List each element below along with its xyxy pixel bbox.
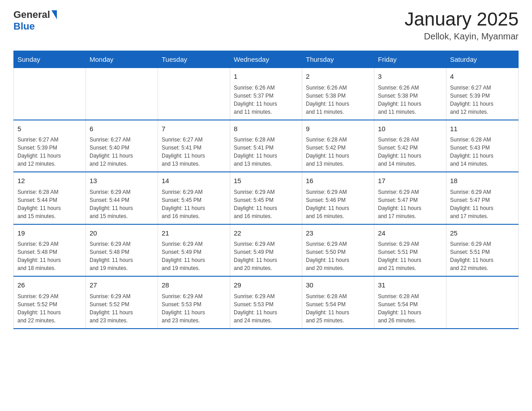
calendar-cell: 26Sunrise: 6:29 AM Sunset: 5:52 PM Dayli… [14, 276, 86, 329]
day-number: 29 [234, 280, 298, 291]
calendar-cell: 9Sunrise: 6:28 AM Sunset: 5:42 PM Daylig… [302, 120, 374, 172]
calendar-cell: 7Sunrise: 6:27 AM Sunset: 5:41 PM Daylig… [158, 120, 230, 172]
calendar-cell [446, 276, 519, 329]
calendar-cell: 17Sunrise: 6:29 AM Sunset: 5:47 PM Dayli… [374, 172, 446, 224]
calendar-cell: 20Sunrise: 6:29 AM Sunset: 5:48 PM Dayli… [86, 224, 158, 277]
calendar-cell: 4Sunrise: 6:27 AM Sunset: 5:39 PM Daylig… [446, 68, 519, 120]
day-number: 22 [234, 228, 298, 239]
calendar-title: January 2025 [404, 9, 519, 30]
calendar-cell: 6Sunrise: 6:27 AM Sunset: 5:40 PM Daylig… [86, 120, 158, 172]
calendar-cell: 19Sunrise: 6:29 AM Sunset: 5:48 PM Dayli… [14, 224, 86, 277]
calendar-week-row: 1Sunrise: 6:26 AM Sunset: 5:37 PM Daylig… [14, 68, 519, 120]
day-info: Sunrise: 6:29 AM Sunset: 5:50 PM Dayligh… [306, 240, 370, 272]
calendar-cell: 29Sunrise: 6:29 AM Sunset: 5:53 PM Dayli… [230, 276, 302, 329]
calendar-weekday-header: Sunday [14, 51, 86, 68]
day-number: 7 [162, 124, 226, 134]
page-header: General Blue January 2025 Dellok, Kayin,… [13, 9, 519, 42]
calendar-cell: 24Sunrise: 6:29 AM Sunset: 5:51 PM Dayli… [374, 224, 446, 277]
day-info: Sunrise: 6:28 AM Sunset: 5:41 PM Dayligh… [234, 136, 298, 168]
calendar-cell: 12Sunrise: 6:28 AM Sunset: 5:44 PM Dayli… [14, 172, 86, 224]
calendar-cell: 2Sunrise: 6:26 AM Sunset: 5:38 PM Daylig… [302, 68, 374, 120]
calendar-cell: 11Sunrise: 6:28 AM Sunset: 5:43 PM Dayli… [446, 120, 519, 172]
title-section: January 2025 Dellok, Kayin, Myanmar [404, 9, 519, 42]
day-number: 30 [306, 280, 370, 291]
day-info: Sunrise: 6:29 AM Sunset: 5:53 PM Dayligh… [162, 292, 226, 325]
day-number: 15 [234, 176, 298, 186]
calendar-week-row: 5Sunrise: 6:27 AM Sunset: 5:39 PM Daylig… [14, 120, 519, 172]
day-info: Sunrise: 6:27 AM Sunset: 5:39 PM Dayligh… [450, 84, 515, 116]
calendar-weekday-header: Monday [86, 51, 158, 68]
day-info: Sunrise: 6:29 AM Sunset: 5:52 PM Dayligh… [17, 292, 82, 325]
day-info: Sunrise: 6:28 AM Sunset: 5:44 PM Dayligh… [17, 188, 82, 220]
day-number: 4 [450, 72, 515, 82]
calendar-week-row: 19Sunrise: 6:29 AM Sunset: 5:48 PM Dayli… [14, 224, 519, 277]
day-number: 5 [17, 124, 82, 134]
day-info: Sunrise: 6:26 AM Sunset: 5:38 PM Dayligh… [306, 84, 370, 116]
calendar-weekday-header: Friday [374, 51, 446, 68]
day-number: 24 [378, 228, 442, 239]
day-number: 28 [162, 280, 226, 291]
day-info: Sunrise: 6:29 AM Sunset: 5:47 PM Dayligh… [450, 188, 515, 220]
day-number: 17 [378, 176, 442, 186]
day-number: 6 [90, 124, 154, 134]
calendar-cell: 8Sunrise: 6:28 AM Sunset: 5:41 PM Daylig… [230, 120, 302, 172]
calendar-cell: 22Sunrise: 6:29 AM Sunset: 5:49 PM Dayli… [230, 224, 302, 277]
day-number: 1 [234, 72, 298, 82]
calendar-cell: 14Sunrise: 6:29 AM Sunset: 5:45 PM Dayli… [158, 172, 230, 224]
day-number: 25 [450, 228, 515, 239]
day-info: Sunrise: 6:29 AM Sunset: 5:44 PM Dayligh… [90, 188, 154, 220]
day-info: Sunrise: 6:27 AM Sunset: 5:39 PM Dayligh… [17, 136, 82, 168]
calendar-cell: 13Sunrise: 6:29 AM Sunset: 5:44 PM Dayli… [86, 172, 158, 224]
calendar-cell [158, 68, 230, 120]
calendar-header-row: SundayMondayTuesdayWednesdayThursdayFrid… [14, 51, 519, 68]
calendar-subtitle: Dellok, Kayin, Myanmar [404, 31, 519, 42]
day-info: Sunrise: 6:29 AM Sunset: 5:47 PM Dayligh… [378, 188, 442, 220]
calendar-cell: 5Sunrise: 6:27 AM Sunset: 5:39 PM Daylig… [14, 120, 86, 172]
calendar-cell: 3Sunrise: 6:26 AM Sunset: 5:38 PM Daylig… [374, 68, 446, 120]
day-number: 19 [17, 228, 82, 239]
calendar-cell [86, 68, 158, 120]
calendar-cell: 31Sunrise: 6:28 AM Sunset: 5:54 PM Dayli… [374, 276, 446, 329]
day-info: Sunrise: 6:29 AM Sunset: 5:51 PM Dayligh… [378, 240, 442, 272]
day-info: Sunrise: 6:28 AM Sunset: 5:42 PM Dayligh… [306, 136, 370, 168]
calendar-week-row: 26Sunrise: 6:29 AM Sunset: 5:52 PM Dayli… [14, 276, 519, 329]
calendar-body: 1Sunrise: 6:26 AM Sunset: 5:37 PM Daylig… [14, 68, 519, 329]
day-info: Sunrise: 6:29 AM Sunset: 5:45 PM Dayligh… [162, 188, 226, 220]
day-number: 16 [306, 176, 370, 186]
day-info: Sunrise: 6:29 AM Sunset: 5:46 PM Dayligh… [306, 188, 370, 220]
logo-general-text: General [13, 9, 50, 21]
day-info: Sunrise: 6:29 AM Sunset: 5:49 PM Dayligh… [234, 240, 298, 272]
day-info: Sunrise: 6:29 AM Sunset: 5:48 PM Dayligh… [17, 240, 82, 272]
day-number: 13 [90, 176, 154, 186]
day-info: Sunrise: 6:29 AM Sunset: 5:53 PM Dayligh… [234, 292, 298, 325]
day-info: Sunrise: 6:29 AM Sunset: 5:49 PM Dayligh… [162, 240, 226, 272]
day-info: Sunrise: 6:26 AM Sunset: 5:38 PM Dayligh… [378, 84, 442, 116]
day-number: 23 [306, 228, 370, 239]
day-info: Sunrise: 6:28 AM Sunset: 5:54 PM Dayligh… [306, 292, 370, 325]
calendar-cell: 30Sunrise: 6:28 AM Sunset: 5:54 PM Dayli… [302, 276, 374, 329]
day-info: Sunrise: 6:27 AM Sunset: 5:40 PM Dayligh… [90, 136, 154, 168]
calendar-weekday-header: Wednesday [230, 51, 302, 68]
calendar-cell: 28Sunrise: 6:29 AM Sunset: 5:53 PM Dayli… [158, 276, 230, 329]
day-info: Sunrise: 6:28 AM Sunset: 5:54 PM Dayligh… [378, 292, 442, 325]
day-number: 31 [378, 280, 442, 291]
calendar-weekday-header: Tuesday [158, 51, 230, 68]
day-info: Sunrise: 6:29 AM Sunset: 5:52 PM Dayligh… [90, 292, 154, 325]
calendar-cell: 16Sunrise: 6:29 AM Sunset: 5:46 PM Dayli… [302, 172, 374, 224]
day-info: Sunrise: 6:29 AM Sunset: 5:51 PM Dayligh… [450, 240, 515, 272]
day-number: 18 [450, 176, 515, 186]
day-info: Sunrise: 6:27 AM Sunset: 5:41 PM Dayligh… [162, 136, 226, 168]
calendar-week-row: 12Sunrise: 6:28 AM Sunset: 5:44 PM Dayli… [14, 172, 519, 224]
calendar-cell: 1Sunrise: 6:26 AM Sunset: 5:37 PM Daylig… [230, 68, 302, 120]
day-number: 27 [90, 280, 154, 291]
day-number: 9 [306, 124, 370, 134]
day-info: Sunrise: 6:26 AM Sunset: 5:37 PM Dayligh… [234, 84, 298, 116]
day-info: Sunrise: 6:28 AM Sunset: 5:42 PM Dayligh… [378, 136, 442, 168]
calendar-cell: 21Sunrise: 6:29 AM Sunset: 5:49 PM Dayli… [158, 224, 230, 277]
calendar-weekday-header: Thursday [302, 51, 374, 68]
day-number: 14 [162, 176, 226, 186]
day-number: 10 [378, 124, 442, 134]
calendar-cell [14, 68, 86, 120]
day-number: 3 [378, 72, 442, 82]
calendar-cell: 15Sunrise: 6:29 AM Sunset: 5:45 PM Dayli… [230, 172, 302, 224]
